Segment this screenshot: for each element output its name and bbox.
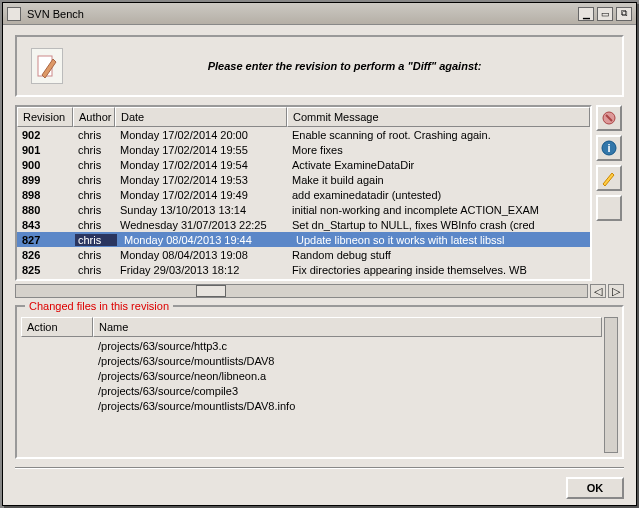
table-row[interactable]: 900chrisMonday 17/02/2014 19:54Activate …	[17, 157, 590, 172]
titlebar[interactable]: SVN Bench ▁ ▭ ⧉	[3, 3, 636, 25]
file-row[interactable]: /projects/63/source/mountlists/DAV8	[21, 353, 602, 368]
col-date[interactable]: Date	[115, 107, 287, 127]
table-row[interactable]: 902chrisMonday 17/02/2014 20:00Enable sc…	[17, 127, 590, 142]
cell-rev: 825	[17, 264, 73, 276]
cell-date: Monday 08/04/2013 19:44	[119, 234, 291, 246]
cell-rev: 827	[17, 234, 73, 246]
cell-author: chris	[73, 189, 115, 201]
table-row[interactable]: 825chrisFriday 29/03/2013 18:12Fix direc…	[17, 262, 590, 277]
cell-date: Sunday 13/10/2013 13:14	[115, 204, 287, 216]
cell-date: Monday 17/02/2014 19:49	[115, 189, 287, 201]
cell-date: Monday 17/02/2014 19:55	[115, 144, 287, 156]
cell-rev: 900	[17, 159, 73, 171]
edit-icon[interactable]	[596, 165, 622, 191]
changed-files-legend: Changed files in this revision	[25, 300, 173, 312]
cell-msg: Update libneon so it works with latest l…	[291, 234, 590, 246]
files-v-scrollbar[interactable]	[604, 317, 618, 453]
cell-msg: More fixes	[287, 144, 590, 156]
file-row[interactable]: /projects/63/source/http3.c	[21, 338, 602, 353]
cell-rev: 843	[17, 219, 73, 231]
col-author[interactable]: Author	[73, 107, 115, 127]
cell-msg: Random debug stuff	[287, 249, 590, 261]
cell-msg: Set dn_Startup to NULL, fixes WBInfo cra…	[287, 219, 590, 231]
cell-msg: Activate ExamineDataDir	[287, 159, 590, 171]
zoom-icon[interactable]: ▭	[597, 7, 613, 21]
cell-filename: /projects/63/source/neon/libneon.a	[93, 370, 602, 382]
side-toolbar: i	[596, 105, 624, 281]
window: SVN Bench ▁ ▭ ⧉ Please enter the revisio…	[2, 2, 637, 506]
table-row[interactable]: 901chrisMonday 17/02/2014 19:55More fixe…	[17, 142, 590, 157]
ok-button[interactable]: OK	[566, 477, 624, 499]
scroll-track[interactable]	[15, 284, 588, 298]
cell-author: chris	[75, 234, 117, 246]
instruction-text: Please enter the revision to perform a "…	[81, 60, 608, 72]
cell-rev: 898	[17, 189, 73, 201]
cell-author: chris	[73, 159, 115, 171]
h-scrollbar[interactable]: ◁ ▷	[15, 283, 624, 299]
col-message[interactable]: Commit Message	[287, 107, 590, 127]
cell-msg: initial non-working and incomplete ACTIO…	[287, 204, 590, 216]
cell-msg: Fix directories appearing inside themsel…	[287, 264, 590, 276]
cell-filename: /projects/63/source/compile3	[93, 385, 602, 397]
cell-author: chris	[73, 219, 115, 231]
cell-msg: add examinedatadir (untested)	[287, 189, 590, 201]
window-title: SVN Bench	[27, 8, 578, 20]
table-row[interactable]: 898chrisMonday 17/02/2014 19:49add exami…	[17, 187, 590, 202]
cancel-icon[interactable]	[596, 105, 622, 131]
col-revision[interactable]: Revision	[17, 107, 73, 127]
cell-rev: 901	[17, 144, 73, 156]
cell-msg: Make it build again	[287, 174, 590, 186]
cell-author: chris	[73, 174, 115, 186]
cell-filename: /projects/63/source/mountlists/DAV8	[93, 355, 602, 367]
cell-rev: 826	[17, 249, 73, 261]
cell-author: chris	[73, 249, 115, 261]
cell-rev: 899	[17, 174, 73, 186]
table-row[interactable]: 826chrisMonday 08/04/2013 19:08Random de…	[17, 247, 590, 262]
scroll-right-icon[interactable]: ▷	[608, 284, 624, 298]
cell-date: Friday 29/03/2013 18:12	[115, 264, 287, 276]
iconify-icon[interactable]: ▁	[578, 7, 594, 21]
cell-rev: 880	[17, 204, 73, 216]
depth-icon[interactable]: ⧉	[616, 7, 632, 21]
pencil-note-icon	[31, 48, 63, 84]
cell-author: chris	[73, 129, 115, 141]
col-name[interactable]: Name	[93, 317, 602, 337]
system-menu-icon[interactable]	[7, 7, 21, 21]
separator	[15, 467, 624, 469]
cell-date: Monday 08/04/2013 19:08	[115, 249, 287, 261]
scroll-thumb[interactable]	[196, 285, 226, 297]
file-row[interactable]: /projects/63/source/compile3	[21, 383, 602, 398]
cell-date: Monday 17/02/2014 20:00	[115, 129, 287, 141]
cell-filename: /projects/63/source/mountlists/DAV8.info	[93, 400, 602, 412]
file-row[interactable]: /projects/63/source/mountlists/DAV8.info	[21, 398, 602, 413]
table-row[interactable]: 843chrisWednesday 31/07/2013 22:25Set dn…	[17, 217, 590, 232]
cell-msg: Enable scanning of root. Crashing again.	[287, 129, 590, 141]
cell-date: Wednesday 31/07/2013 22:25	[115, 219, 287, 231]
table-row[interactable]: 899chrisMonday 17/02/2014 19:53Make it b…	[17, 172, 590, 187]
table-row[interactable]: 880chrisSunday 13/10/2013 13:14initial n…	[17, 202, 590, 217]
changed-files-panel: Changed files in this revision Action Na…	[15, 305, 624, 459]
info-icon[interactable]: i	[596, 135, 622, 161]
col-action[interactable]: Action	[21, 317, 93, 337]
cell-filename: /projects/63/source/http3.c	[93, 340, 602, 352]
cell-date: Monday 17/02/2014 19:53	[115, 174, 287, 186]
file-row[interactable]: /projects/63/source/neon/libneon.a	[21, 368, 602, 383]
cell-author: chris	[73, 144, 115, 156]
cell-rev: 902	[17, 129, 73, 141]
blank-button[interactable]	[596, 195, 622, 221]
cell-date: Monday 17/02/2014 19:54	[115, 159, 287, 171]
instruction-panel: Please enter the revision to perform a "…	[15, 35, 624, 97]
scroll-left-icon[interactable]: ◁	[590, 284, 606, 298]
svg-text:i: i	[607, 142, 610, 154]
cell-author: chris	[73, 204, 115, 216]
revision-table: Revision Author Date Commit Message 902c…	[15, 105, 592, 281]
table-row[interactable]: 827chrisMonday 08/04/2013 19:44Update li…	[17, 232, 590, 247]
cell-author: chris	[73, 264, 115, 276]
